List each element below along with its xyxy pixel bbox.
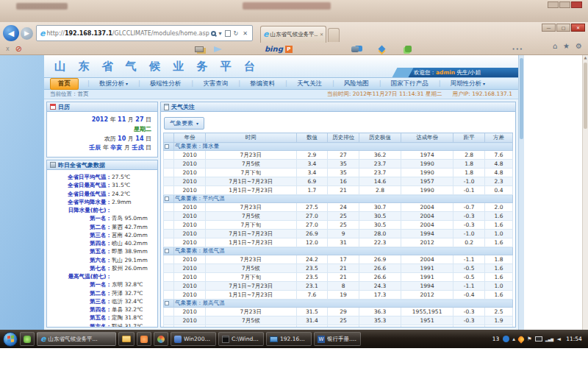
camera-icon[interactable] [351,46,359,52]
nav-item-8[interactable]: 国家下行产品 [374,79,434,88]
settings-gear-icon[interactable]: ⚙ [576,42,582,50]
table-cell: 1990 [401,169,453,177]
table-cell: 1990 [401,186,453,195]
page-scrollbar-thumb[interactable] [520,58,523,139]
flame-icon[interactable] [517,335,525,343]
table-row: 20107月下旬3.43523.719901.84.8 [164,169,513,177]
nav-item-2[interactable]: 数据分析▾ [82,79,133,88]
taskbar-button[interactable]: C:\Windows\s... [218,332,264,346]
display-icon[interactable] [535,336,542,342]
calendar-token: 月 [126,135,135,142]
table-cell: -0.5 [453,273,485,282]
element-filter-button[interactable]: 气象要素 ▾ [164,117,204,130]
taskbar-button[interactable]: 山东省气候业务平... [37,332,116,346]
taskbar-button[interactable]: 192.168.59.99... [266,332,312,346]
rank-value: 菏泽 32.7℃ [112,289,143,297]
send-mail-icon[interactable] [214,46,222,52]
nav-item-5[interactable]: 整编资料 [233,79,280,88]
network-icon[interactable]: ▂▄▆ [545,337,554,342]
table-cell: 24.3 [359,282,401,291]
favorites-star-icon[interactable]: ★ [563,42,570,50]
stop-icon[interactable]: ✕ [241,30,249,37]
background-window-text [243,2,331,10]
taskbar-button[interactable] [20,332,35,346]
refresh-icon[interactable]: ↻ [232,30,240,37]
nav-item-3[interactable]: 极端性分析 [133,79,186,88]
taskbar-button[interactable] [154,332,168,346]
flag-icon[interactable]: ⚑ [527,336,532,342]
browser-action-icons: ⌂ ★ ⚙ [553,42,582,50]
group-checkbox[interactable] [165,197,169,201]
group-checkbox[interactable] [165,144,169,149]
nav-item-1[interactable]: 首页 [50,78,79,90]
group-checkbox[interactable] [165,249,169,253]
browser-scrollbar-thumb[interactable] [584,63,587,129]
browser-scrollbar[interactable]: ▲ [582,55,588,330]
page-scrollbar[interactable] [518,55,524,330]
nav-item-9[interactable]: 周期性分析▾ [434,79,490,88]
search-dropdown-caret-icon[interactable]: ▾ [218,30,223,37]
table-cell: 35 [328,169,359,177]
table-row: 20101月1日~7月23日1.7212.81990-0.10.4 [164,186,513,195]
weather-data-table: 年份时间数值历史排位历史极值达成年份距平方差 气象要素：降水量20107月23日… [163,132,513,327]
taskbar-button[interactable] [137,332,151,346]
tab-close-icon[interactable]: ✕ [320,32,323,37]
bing-rewards-icon[interactable]: P [285,46,293,53]
table-cell: 2012 [401,291,453,300]
nav-item-4[interactable]: 灾害查询 [186,79,233,88]
table-cell: 2.9 [296,151,328,160]
window-minimize-button[interactable]: — [542,24,556,32]
community-icon[interactable] [405,46,412,52]
window-controls: — ▢ ✕ [542,24,585,32]
back-button[interactable]: ◀ [3,25,19,41]
search-icon[interactable] [211,31,216,36]
new-tab-button[interactable] [328,28,340,42]
rank-label: 第二名： [49,289,112,297]
taskbar-button[interactable]: 银行手册.docx ... [314,332,361,346]
browser-tab[interactable]: 山东省气候业务平... ✕ [260,26,326,43]
table-cell: 17 [328,255,359,264]
group-name: 气象要素：最高气温 [174,300,513,308]
taskbar-button[interactable]: Win2008 (VS2... [171,332,216,346]
rank-value: 定陶 31.8℃ [112,314,143,322]
word-icon [318,336,325,343]
weather-watch-body: 气象要素 ▾ 年份时间数值历史排位历史极值达成年份距平方差 气象 [161,112,515,327]
more-options-icon[interactable]: ••• [512,46,523,52]
group-checkbox[interactable] [165,301,169,305]
sparkle-icon[interactable] [378,46,385,53]
system-tray: 13 ▴⚑▂▄▆◄ 11:54 [492,336,585,342]
data-icon [50,162,56,168]
rank-value: 即墨 38.9mm [112,247,148,255]
nav-item-7[interactable]: 风险地图 [327,79,374,88]
ime-badge-icon[interactable] [503,336,509,342]
volume-icon[interactable]: ◄ [556,336,561,342]
table-group-row: 气象要素：最低气温 [164,247,513,255]
scroll-up-icon[interactable]: ▲ [584,55,587,60]
address-bar[interactable]: http://192.168.137.1/GLCCLIMATE/modules/… [36,25,253,41]
windows-logo-icon [7,336,14,343]
forward-button[interactable]: ▶ [21,27,33,40]
table-cell: 9 [328,230,359,238]
table-cell: 2010 [174,203,206,212]
table-cell: 7月下旬 [206,325,297,328]
table-cell: 1990 [401,160,453,169]
window-restore-button[interactable]: ▢ [556,24,570,32]
home-icon[interactable]: ⌂ [553,42,557,50]
taskbar-button[interactable] [118,332,135,346]
table-row: 20107月1日~7月23日6.91614.61957-1.02.3 [164,177,513,186]
start-button[interactable] [3,332,18,347]
weather-stat: 全省日平均气温：27.5℃ [49,173,156,181]
row-checkbox-cell [164,308,174,316]
table-cell: 1.9 [485,316,513,325]
taskbar-clock[interactable]: 11:54 [564,336,584,342]
up-arrow-icon[interactable]: ▴ [512,336,515,342]
window-close-button[interactable]: ✕ [571,24,585,32]
card-icons[interactable] [195,46,204,52]
compatibility-view-icon[interactable] [225,30,231,37]
toolbar-close-icon[interactable]: x [6,46,10,52]
rank-value: 莱西 42.7mm [112,223,148,231]
calendar-token: 壬辰 [89,144,101,151]
nav-item-6[interactable]: 天气关注 [280,79,327,88]
rank-item: 第七名：胶州 26.0mm [49,264,156,272]
address-row: ◀ ▶ http://192.168.137.1/GLCCLIMATE/modu… [3,24,340,42]
